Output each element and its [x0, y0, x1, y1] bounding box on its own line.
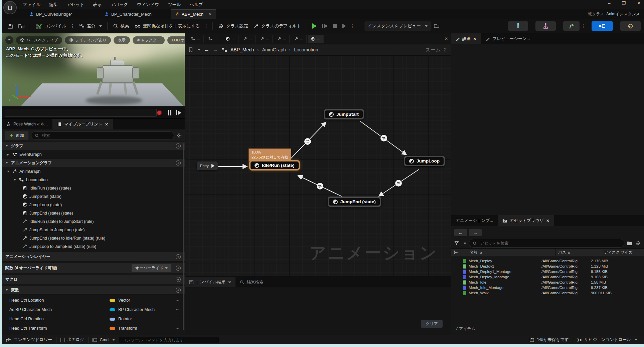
asset-row[interactable]: Mech_Idle /All/Game/ControlRig 1.58 MiB: [451, 280, 644, 285]
graph-doc-tab[interactable]: ...: [240, 35, 256, 43]
variable-row[interactable]: Head Ctrl Location Vector ~: [2, 296, 185, 305]
tree-item-animgraph[interactable]: ▼ AnimGraph: [2, 167, 185, 176]
tab-preview-scene[interactable]: プレビューシーン...: [481, 33, 534, 44]
class-defaults-button[interactable]: クラスのデフォルト: [251, 21, 304, 31]
menu-help[interactable]: ヘルプ: [190, 2, 203, 8]
physics-shortcut-button[interactable]: [620, 21, 641, 31]
tree-item-rule[interactable]: Idle/Run (state) to JumpStart (rule): [2, 217, 185, 226]
output-log-button[interactable]: 出力ログ: [56, 335, 89, 345]
asset-back-button[interactable]: ←: [454, 229, 467, 236]
sidebar-scrollbar[interactable]: [183, 143, 184, 330]
tree-item-rule[interactable]: JumpStart to JumpLoop (rule): [2, 226, 185, 234]
class-settings-button[interactable]: クラス設定: [215, 21, 251, 31]
find-results-control[interactable]: 結果検索: [235, 277, 268, 287]
pause-button[interactable]: [168, 110, 171, 115]
eye-closed-icon[interactable]: ~: [176, 298, 179, 303]
tree-item-rule[interactable]: JumpLoop to JumpEnd (state) (rule): [2, 242, 185, 251]
tree-item-state[interactable]: JumpStart (state): [2, 192, 185, 201]
breadcrumb-root[interactable]: ABP_Mech: [230, 47, 254, 52]
asset-search[interactable]: [469, 239, 624, 248]
close-strip-icon[interactable]: ✕: [445, 36, 448, 41]
asset-row[interactable]: Mech_Deploy1_Montage /All/Game/ControlRi…: [451, 269, 644, 274]
tree-item-eventgraph[interactable]: ▶ EventGraph: [2, 150, 185, 158]
breadcrumb-animgraph[interactable]: AnimGraph: [262, 47, 286, 52]
viewport-menu-button[interactable]: ≡: [5, 36, 13, 44]
menu-edit[interactable]: 編集: [49, 2, 58, 8]
section-graphs[interactable]: ▼グラフ＋: [2, 141, 185, 150]
variable-row[interactable]: Head Ctrl Transform Transform ~: [2, 324, 185, 333]
column-name[interactable]: 名前: [470, 250, 477, 255]
menu-window[interactable]: ウィンドウ: [137, 2, 159, 8]
settings-gear-icon[interactable]: [635, 241, 641, 246]
graph-doc-tab[interactable]: ...: [205, 35, 221, 43]
tree-item-locomotion[interactable]: ▼ Locomotion: [2, 176, 185, 184]
tab-my-blueprint[interactable]: マイブループリント ✕: [52, 119, 113, 129]
asset-row[interactable]: Mech_Deploy1 /All/Game/ControlRig 1.123 …: [451, 264, 644, 269]
nav-back-button[interactable]: ←: [204, 46, 209, 53]
state-node-jumploop[interactable]: JumpLoop: [404, 156, 445, 166]
graph-doc-tab[interactable]: ...: [291, 35, 307, 43]
close-tab-icon[interactable]: ✕: [208, 12, 212, 17]
perspective-dropdown[interactable]: パースペクティブ: [16, 36, 62, 44]
column-size[interactable]: ディスク サイズ: [604, 250, 644, 255]
tab-pose-watch[interactable]: Pose Watchマネ...: [2, 119, 52, 129]
browse-asset-button[interactable]: [16, 21, 27, 31]
preview-viewport[interactable]: ≡ パースペクティブ ライティングあり 表示 キャラクター LOD オート AB…: [2, 33, 185, 106]
preview-instance-dropdown[interactable]: インスタンスをプレビュー: [364, 21, 431, 31]
menu-view[interactable]: 表示: [93, 2, 102, 8]
parent-class-link[interactable]: Animインスタンス: [606, 12, 640, 16]
close-tab-icon[interactable]: ✕: [473, 36, 476, 41]
compile-options-kebab[interactable]: ⋮: [69, 23, 76, 29]
entry-node[interactable]: Entry: [197, 161, 218, 170]
add-macro-icon[interactable]: ＋: [176, 277, 181, 282]
play-button[interactable]: [310, 21, 319, 31]
transition-node[interactable]: [395, 180, 402, 187]
graph-doc-tab[interactable]: ...: [188, 35, 204, 43]
maximize-button[interactable]: ❐: [622, 1, 626, 6]
add-graph-icon[interactable]: ＋: [176, 143, 181, 148]
state-node-jumpstart[interactable]: JumpStart: [324, 109, 364, 119]
tree-item-state[interactable]: JumpLoop (state): [2, 201, 185, 209]
output-pin-icon[interactable]: [211, 164, 214, 168]
find-button[interactable]: 検索: [110, 21, 132, 31]
close-button[interactable]: ✕: [637, 1, 641, 6]
chevron-down-icon[interactable]: [198, 49, 200, 51]
diff-button[interactable]: 差分: [76, 21, 105, 31]
tree-item-rule[interactable]: JumpEnd (state) to Idle/Run (state) (rul…: [2, 234, 185, 242]
minimize-button[interactable]: –: [608, 1, 610, 6]
tab-compiler-results[interactable]: コンパイル結果 ✕: [185, 277, 235, 287]
asset-row[interactable]: Mech_Walk /All/Game/ControlRig 966.011 K…: [451, 290, 644, 296]
hide-unrelated-button[interactable]: 無関係な項目を非表示にする: [132, 21, 203, 31]
blueprint-shortcut-button[interactable]: [592, 21, 613, 31]
close-tab-icon[interactable]: ✕: [228, 280, 231, 285]
state-machine-canvas[interactable]: アニメーション Entry 100% 225.528 に対して: [185, 55, 451, 276]
lit-mode-dropdown[interactable]: ライティングあり: [65, 36, 111, 44]
console-command-input[interactable]: [122, 337, 216, 343]
transition-node[interactable]: [304, 138, 311, 145]
bookmark-icon[interactable]: [188, 47, 193, 52]
revision-control-button[interactable]: リビジョンコントロール: [573, 335, 641, 345]
close-tab-icon[interactable]: ✕: [105, 122, 108, 127]
folder-icon[interactable]: [627, 241, 633, 246]
section-macros[interactable]: マクロ＋: [2, 274, 185, 284]
tab-abp-mech[interactable]: ABP_Mech ✕: [171, 9, 216, 19]
section-variables[interactable]: ▼変数＋: [2, 285, 185, 295]
menu-debug[interactable]: デバッグ: [110, 2, 128, 8]
filter-icon[interactable]: [454, 241, 460, 246]
add-variable-icon[interactable]: ＋: [176, 288, 181, 293]
menu-asset[interactable]: アセット: [66, 2, 84, 8]
console-command-field[interactable]: [119, 337, 219, 343]
asset-row[interactable]: Mech_Deploy_Montage /All/Game/ControlRig…: [451, 274, 644, 280]
asset-row[interactable]: Mech_Deploy /All/Game/ControlRig 2.176 M…: [451, 258, 644, 264]
section-animation-graphs[interactable]: ▼アニメーショングラフ＋: [2, 158, 185, 167]
record-button[interactable]: [157, 110, 162, 115]
tree-item-state[interactable]: JumpEnd (state) (state): [2, 209, 185, 217]
transition-node[interactable]: [380, 135, 387, 141]
graph-doc-tab-current[interactable]: ...: [308, 35, 324, 43]
character-dropdown[interactable]: キャラクター: [133, 36, 165, 44]
skeleton-shortcut-button[interactable]: [508, 21, 528, 31]
override-dropdown[interactable]: オーバーライド: [132, 264, 171, 272]
section-functions[interactable]: 関数 (4 オーバーライド可能) オーバーライド ＋: [2, 263, 185, 273]
graph-doc-tab[interactable]: ...: [274, 35, 290, 43]
state-node-idle-run[interactable]: Idle/Run (state): [249, 160, 300, 170]
